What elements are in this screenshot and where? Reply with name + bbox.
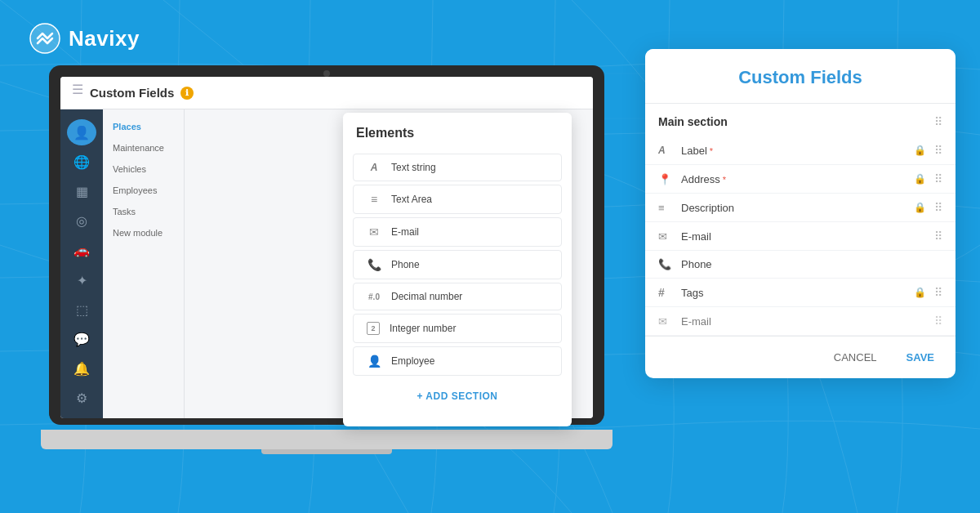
element-email[interactable]: ✉ E-mail — [353, 217, 562, 247]
screen-title: Custom Fields — [90, 86, 174, 100]
cf-field-label: A Label * 🔒 ⠿ — [645, 136, 956, 165]
cf-section-title: Main section — [658, 115, 728, 128]
phone-icon: 📞 — [367, 258, 381, 271]
text-area-icon: ≡ — [367, 193, 381, 206]
cf-tags-text: Tags — [681, 287, 906, 299]
save-button[interactable]: SAVE — [898, 346, 942, 368]
cf-label-dots: ⠿ — [934, 144, 942, 157]
cf-email2-icon: ✉ — [658, 315, 673, 328]
cf-email2-text: E-mail — [681, 315, 926, 328]
decimal-label: Decimal number — [391, 291, 462, 302]
cf-email2-dots: ⠿ — [934, 314, 942, 328]
email-label: E-mail — [391, 226, 419, 238]
employee-icon: 👤 — [367, 355, 381, 368]
cf-phone-icon: 📞 — [658, 258, 673, 270]
sidenav-employees[interactable]: Employees — [103, 180, 184, 201]
cf-section-drag-icon: ⠿ — [934, 115, 942, 128]
custom-fields-panel: Custom Fields Main section ⠿ A Label * 🔒… — [645, 49, 956, 378]
cf-desc-text: Description — [681, 202, 906, 214]
cf-label-icon: A — [658, 145, 673, 156]
cf-email-icon: ✉ — [658, 230, 673, 243]
sidebar-item-vehicle[interactable]: 🚗 — [67, 238, 96, 264]
logo: Navixy — [29, 23, 140, 54]
cf-tags-lock: 🔒 — [914, 287, 926, 298]
cf-panel-title: Custom Fields — [665, 67, 936, 88]
element-integer[interactable]: 2 Integer number — [353, 314, 562, 343]
sidebar-item-puzzle[interactable]: ✦ — [67, 267, 96, 293]
cf-field-email: ✉ E-mail ⠿ — [645, 222, 956, 251]
email-icon: ✉ — [367, 225, 381, 239]
laptop-notch — [323, 70, 330, 77]
text-string-icon: A — [367, 162, 381, 173]
element-phone[interactable]: 📞 Phone — [353, 250, 562, 279]
add-section-button[interactable]: + ADD SECTION — [343, 379, 572, 413]
cf-section-header: Main section ⠿ — [645, 104, 956, 136]
cf-field-phone: 📞 Phone — [645, 251, 956, 279]
element-text-string[interactable]: A Text string — [353, 154, 562, 181]
laptop-base — [41, 430, 612, 449]
side-nav: Places Maintenance Vehicles Employees Ta… — [103, 109, 185, 418]
menu-icon[interactable]: ☰ — [72, 82, 83, 97]
cf-label-required: * — [707, 146, 713, 156]
cf-email-text: E-mail — [681, 230, 926, 243]
text-string-label: Text string — [391, 162, 436, 173]
cf-phone-text: Phone — [681, 258, 942, 270]
cf-label-lock: 🔒 — [914, 145, 926, 156]
decimal-icon: #.0 — [367, 292, 381, 301]
cf-tags-dots: ⠿ — [934, 286, 942, 299]
sidenav-maintenance[interactable]: Maintenance — [103, 137, 184, 158]
logo-icon — [29, 23, 60, 54]
elements-title: Elements — [343, 126, 572, 150]
brand-name: Navixy — [69, 26, 140, 51]
sidebar-item-bell[interactable]: 🔔 — [67, 356, 96, 382]
elements-popup: Elements A Text string ≡ Text Area ✉ E-m… — [343, 113, 572, 426]
cf-address-icon: 📍 — [658, 173, 673, 185]
cf-header: Custom Fields — [645, 49, 956, 104]
integer-label: Integer number — [390, 323, 456, 334]
sidebar-item-location[interactable]: ◎ — [67, 208, 96, 234]
sidebar-item-clipboard[interactable]: ⬚ — [67, 297, 96, 323]
integer-icon: 2 — [367, 322, 380, 335]
sidebar-item-globe[interactable]: 🌐 — [67, 149, 96, 175]
sidenav-tasks[interactable]: Tasks — [103, 201, 184, 222]
phone-label: Phone — [391, 259, 420, 270]
sidenav-vehicles[interactable]: Vehicles — [103, 158, 184, 180]
cf-tags-icon: # — [658, 286, 673, 299]
sidebar-item-settings[interactable]: ⚙ — [67, 386, 96, 412]
sidebar: 👤 🌐 ▦ ◎ 🚗 ✦ ⬚ 💬 🔔 ⚙ — [60, 109, 103, 418]
cf-field-description: ≡ Description 🔒 ⠿ — [645, 194, 956, 222]
cf-field-tags: # Tags 🔒 ⠿ — [645, 279, 956, 307]
element-text-area[interactable]: ≡ Text Area — [353, 185, 562, 214]
sidebar-item-chat[interactable]: 💬 — [67, 326, 96, 352]
info-icon[interactable]: ℹ — [180, 87, 194, 100]
screen-topbar: ☰ Custom Fields ℹ — [60, 77, 593, 109]
cf-address-text: Address * — [681, 173, 906, 185]
cf-desc-dots: ⠿ — [934, 201, 942, 214]
cf-footer: CANCEL SAVE — [645, 336, 956, 378]
element-employee[interactable]: 👤 Employee — [353, 346, 562, 376]
svg-point-15 — [30, 24, 60, 53]
element-decimal[interactable]: #.0 Decimal number — [353, 283, 562, 310]
employee-label: Employee — [391, 355, 434, 367]
cf-address-dots: ⠿ — [934, 172, 942, 185]
cf-address-lock: 🔒 — [914, 173, 926, 185]
sidebar-item-dashboard[interactable]: ▦ — [67, 178, 96, 204]
sidenav-places[interactable]: Places — [103, 116, 184, 137]
text-area-label: Text Area — [391, 194, 432, 205]
cf-desc-lock: 🔒 — [914, 202, 926, 213]
sidebar-item-user[interactable]: 👤 — [67, 119, 96, 145]
sidenav-new-module[interactable]: New module — [103, 222, 184, 243]
cf-email-dots: ⠿ — [934, 230, 942, 243]
cf-label-text: Label * — [681, 145, 906, 157]
cf-field-address: 📍 Address * 🔒 ⠿ — [645, 165, 956, 194]
cf-body: Main section ⠿ A Label * 🔒 ⠿ 📍 Address *… — [645, 104, 956, 336]
cf-field-email2: ✉ E-mail ⠿ — [645, 307, 956, 336]
cf-desc-icon: ≡ — [658, 202, 673, 214]
cancel-button[interactable]: CANCEL — [826, 346, 885, 368]
cf-address-required: * — [720, 175, 726, 185]
